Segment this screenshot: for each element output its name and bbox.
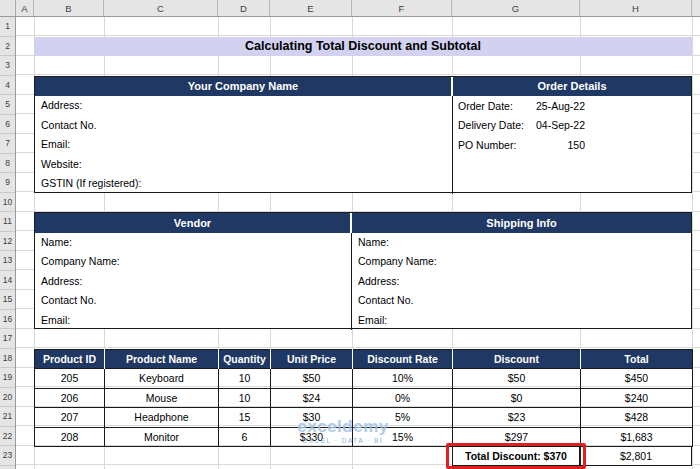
- order-date-row[interactable]: Order Date: 25-Aug-22: [453, 96, 691, 116]
- select-all-corner[interactable]: [0, 0, 16, 16]
- row-header-5[interactable]: 5: [0, 95, 15, 115]
- cell-product-id[interactable]: 206: [35, 388, 105, 408]
- grand-total-cell[interactable]: $2,801: [580, 446, 692, 466]
- vendor-address-label[interactable]: Address:: [35, 272, 351, 292]
- row-header-2[interactable]: 2: [0, 37, 15, 57]
- column-header-e[interactable]: E: [270, 0, 352, 16]
- company-fields: Address: Contact No. Email: Website: GST…: [35, 96, 453, 194]
- row-header-13[interactable]: 13: [0, 251, 15, 271]
- row-header-6[interactable]: 6: [0, 115, 15, 135]
- cell-unit-price[interactable]: $24: [271, 388, 353, 408]
- company-website-label[interactable]: Website:: [35, 155, 452, 175]
- cell-discount[interactable]: $297: [453, 427, 581, 447]
- cell-quantity[interactable]: 10: [219, 369, 271, 389]
- column-header-b[interactable]: B: [34, 0, 104, 16]
- shipping-contact-label[interactable]: Contact No.: [352, 291, 691, 311]
- company-name-header-cell[interactable]: Your Company Name: [35, 77, 453, 97]
- shipping-email-label[interactable]: Email:: [352, 311, 691, 331]
- row-header-7[interactable]: 7: [0, 134, 15, 154]
- row-header-3[interactable]: 3: [0, 56, 15, 76]
- cell-product-name[interactable]: Mouse: [105, 388, 219, 408]
- header-discount[interactable]: Discount: [453, 349, 581, 369]
- sheet-title-cell[interactable]: Calculating Total Discount and Subtotal: [34, 37, 692, 57]
- header-discount-rate[interactable]: Discount Rate: [353, 349, 453, 369]
- row-header-15[interactable]: 15: [0, 290, 15, 310]
- company-address-label[interactable]: Address:: [35, 96, 452, 116]
- header-total[interactable]: Total: [581, 349, 693, 369]
- row-header-11[interactable]: 11: [0, 212, 15, 232]
- header-product-name[interactable]: Product Name: [105, 349, 219, 369]
- vendor-company-label[interactable]: Company Name:: [35, 252, 351, 272]
- cell-quantity[interactable]: 15: [219, 408, 271, 428]
- cell-discount[interactable]: $50: [453, 369, 581, 389]
- vendor-name-label[interactable]: Name:: [35, 233, 351, 253]
- cell-unit-price[interactable]: $330: [271, 427, 353, 447]
- cell-product-id[interactable]: 208: [35, 427, 105, 447]
- column-header-extra: [692, 0, 700, 16]
- row-header-20[interactable]: 20: [0, 388, 15, 408]
- header-product-id[interactable]: Product ID: [35, 349, 105, 369]
- company-contact-label[interactable]: Contact No.: [35, 116, 452, 136]
- cell-quantity[interactable]: 10: [219, 388, 271, 408]
- row-header-12[interactable]: 12: [0, 232, 15, 252]
- order-details-header-cell[interactable]: Order Details: [453, 77, 691, 97]
- cell-discount-rate[interactable]: 10%: [353, 369, 453, 389]
- row-header-14[interactable]: 14: [0, 271, 15, 291]
- cell-product-name[interactable]: Keyboard: [105, 369, 219, 389]
- header-unit-price[interactable]: Unit Price: [271, 349, 353, 369]
- row-header-18[interactable]: 18: [0, 349, 15, 369]
- column-header-h[interactable]: H: [580, 0, 692, 16]
- po-number-row[interactable]: PO Number: 150: [453, 135, 691, 155]
- cell-total[interactable]: $240: [581, 388, 693, 408]
- cell-product-name[interactable]: Monitor: [105, 427, 219, 447]
- cell-discount-rate[interactable]: 0%: [353, 388, 453, 408]
- sheet-canvas[interactable]: Calculating Total Discount and Subtotal …: [16, 17, 700, 469]
- cell-unit-price[interactable]: $30: [271, 408, 353, 428]
- column-header-f[interactable]: F: [352, 0, 452, 16]
- cell-discount[interactable]: $23: [453, 408, 581, 428]
- cell-discount[interactable]: $0: [453, 388, 581, 408]
- cell-total[interactable]: $428: [581, 408, 693, 428]
- column-header-c[interactable]: C: [104, 0, 218, 16]
- column-header-a[interactable]: A: [16, 0, 34, 16]
- delivery-date-row[interactable]: Delivery Date: 04-Sep-22: [453, 116, 691, 136]
- row-header-10[interactable]: 10: [0, 193, 15, 213]
- cell-total[interactable]: $1,683: [581, 427, 693, 447]
- row-header-22[interactable]: 22: [0, 427, 15, 447]
- cell-discount-rate[interactable]: 15%: [353, 427, 453, 447]
- company-order-section: Your Company Name Order Details Address:…: [34, 76, 692, 193]
- row-header-19[interactable]: 19: [0, 368, 15, 388]
- row-header-1[interactable]: 1: [0, 17, 15, 37]
- cell-quantity[interactable]: 6: [219, 427, 271, 447]
- row-header-16[interactable]: 16: [0, 310, 15, 330]
- vendor-contact-label[interactable]: Contact No.: [35, 291, 351, 311]
- row-header-9[interactable]: 9: [0, 173, 15, 193]
- table-row: 207 Headphone 15 $30 5% $23 $428: [35, 408, 693, 428]
- row-header-17[interactable]: 17: [0, 329, 15, 349]
- delivery-date-value[interactable]: 04-Sep-22: [536, 119, 585, 131]
- vendor-header-cell[interactable]: Vendor: [35, 213, 352, 233]
- shipping-address-label[interactable]: Address:: [352, 272, 691, 292]
- cell-unit-price[interactable]: $50: [271, 369, 353, 389]
- column-header-g[interactable]: G: [452, 0, 580, 16]
- cell-product-id[interactable]: 207: [35, 408, 105, 428]
- company-gstin-label[interactable]: GSTIN (If registered):: [35, 174, 452, 194]
- vendor-email-label[interactable]: Email:: [35, 311, 351, 331]
- row-header-23[interactable]: 23: [0, 446, 15, 466]
- shipping-info-header-cell[interactable]: Shipping Info: [352, 213, 691, 233]
- cell-total[interactable]: $450: [581, 369, 693, 389]
- row-header-4[interactable]: 4: [0, 76, 15, 96]
- row-header-8[interactable]: 8: [0, 154, 15, 174]
- column-header-d[interactable]: D: [218, 0, 270, 16]
- company-email-label[interactable]: Email:: [35, 135, 452, 155]
- cell-discount-rate[interactable]: 5%: [353, 408, 453, 428]
- shipping-name-label[interactable]: Name:: [352, 233, 691, 253]
- row-header-21[interactable]: 21: [0, 407, 15, 427]
- po-number-value[interactable]: 150: [567, 139, 585, 151]
- total-discount-cell[interactable]: Total Discount: $370: [452, 446, 580, 466]
- cell-product-id[interactable]: 205: [35, 369, 105, 389]
- shipping-company-label[interactable]: Company Name:: [352, 252, 691, 272]
- header-quantity[interactable]: Quantity: [219, 349, 271, 369]
- cell-product-name[interactable]: Headphone: [105, 408, 219, 428]
- order-date-value[interactable]: 25-Aug-22: [536, 100, 585, 112]
